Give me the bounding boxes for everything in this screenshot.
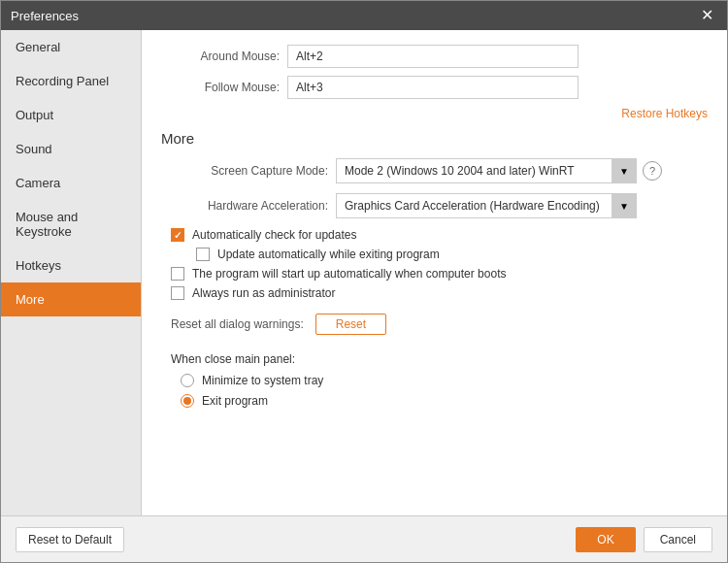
hardware-accel-row: Hardware Acceleration: Graphics Card Acc… xyxy=(161,193,708,218)
checkbox-auto-check-label: Automatically check for updates xyxy=(192,228,356,242)
hotkey-row-follow-mouse: Follow Mouse: xyxy=(161,76,708,99)
checkbox-auto-update-label: Update automatically while exiting progr… xyxy=(217,248,440,261)
sidebar-item-sound[interactable]: Sound xyxy=(1,132,141,166)
checkbox-run-admin-label: Always run as administrator xyxy=(192,286,335,300)
screen-capture-select[interactable]: Mode 2 (Windows 10 2004 and later) WinRT xyxy=(336,158,637,183)
checkbox-row-auto-check: Automatically check for updates xyxy=(171,228,708,242)
footer-right: OK Cancel xyxy=(576,527,712,552)
screen-capture-row: Screen Capture Mode: Mode 2 (Windows 10 … xyxy=(161,158,708,183)
screen-capture-select-wrapper: Mode 2 (Windows 10 2004 and later) WinRT… xyxy=(336,158,637,183)
follow-mouse-label: Follow Mouse: xyxy=(161,81,287,94)
close-panel-label: When close main panel: xyxy=(171,352,708,366)
main-content: General Recording Panel Output Sound Cam… xyxy=(1,30,727,515)
hardware-accel-select[interactable]: Graphics Card Acceleration (Hardware Enc… xyxy=(336,193,637,218)
checkbox-auto-check[interactable] xyxy=(171,228,184,242)
sidebar-item-camera[interactable]: Camera xyxy=(1,166,141,200)
radio-row-minimize: Minimize to system tray xyxy=(181,374,708,387)
section-title: More xyxy=(161,130,708,147)
hardware-accel-label: Hardware Acceleration: xyxy=(161,199,336,213)
reset-dialogs-label: Reset all dialog warnings: xyxy=(171,317,304,331)
reset-to-default-button[interactable]: Reset to Default xyxy=(16,527,124,552)
checkbox-auto-update[interactable] xyxy=(196,248,210,261)
reset-dialogs-row: Reset all dialog warnings: Reset xyxy=(171,314,708,335)
hotkey-row-around-mouse: Around Mouse: xyxy=(161,45,708,68)
restore-hotkeys-link[interactable]: Restore Hotkeys xyxy=(161,107,708,120)
sidebar-item-hotkeys[interactable]: Hotkeys xyxy=(1,248,141,282)
footer-left: Reset to Default xyxy=(16,527,124,552)
cancel-button[interactable]: Cancel xyxy=(644,527,712,552)
preferences-window: Preferences ✕ General Recording Panel Ou… xyxy=(0,0,728,563)
sidebar-item-output[interactable]: Output xyxy=(1,98,141,132)
sidebar-item-more[interactable]: More xyxy=(1,282,141,316)
sidebar-item-recording-panel[interactable]: Recording Panel xyxy=(1,64,141,98)
close-window-button[interactable]: ✕ xyxy=(697,8,717,23)
checkbox-run-admin[interactable] xyxy=(171,286,184,300)
sidebar-item-mouse-keystroke[interactable]: Mouse and Keystroke xyxy=(1,200,141,248)
reset-dialogs-button[interactable]: Reset xyxy=(315,314,386,335)
footer: Reset to Default OK Cancel xyxy=(1,515,727,562)
close-panel-section: When close main panel: Minimize to syste… xyxy=(171,352,708,414)
content-area: Around Mouse: Follow Mouse: Restore Hotk… xyxy=(142,30,727,515)
checkbox-row-auto-start: The program will start up automatically … xyxy=(171,267,708,281)
sidebar: General Recording Panel Output Sound Cam… xyxy=(1,30,142,515)
checkbox-auto-start[interactable] xyxy=(171,267,184,281)
ok-button[interactable]: OK xyxy=(576,527,635,552)
sidebar-item-general[interactable]: General xyxy=(1,30,141,64)
radio-row-exit: Exit program xyxy=(181,394,708,408)
radio-exit-label: Exit program xyxy=(202,394,268,408)
screen-capture-label: Screen Capture Mode: xyxy=(161,164,336,178)
radio-minimize[interactable] xyxy=(181,374,194,387)
help-icon[interactable]: ? xyxy=(643,161,662,181)
checkbox-auto-start-label: The program will start up automatically … xyxy=(192,267,506,281)
radio-minimize-label: Minimize to system tray xyxy=(202,374,323,387)
checkbox-row-run-admin: Always run as administrator xyxy=(171,286,708,300)
radio-exit[interactable] xyxy=(181,394,194,408)
around-mouse-input[interactable] xyxy=(287,45,579,68)
title-bar: Preferences ✕ xyxy=(1,1,727,30)
follow-mouse-input[interactable] xyxy=(287,76,579,99)
window-title: Preferences xyxy=(11,9,79,23)
checkbox-row-auto-update: Update automatically while exiting progr… xyxy=(196,248,708,261)
around-mouse-label: Around Mouse: xyxy=(161,50,287,63)
hardware-accel-select-wrapper: Graphics Card Acceleration (Hardware Enc… xyxy=(336,193,637,218)
